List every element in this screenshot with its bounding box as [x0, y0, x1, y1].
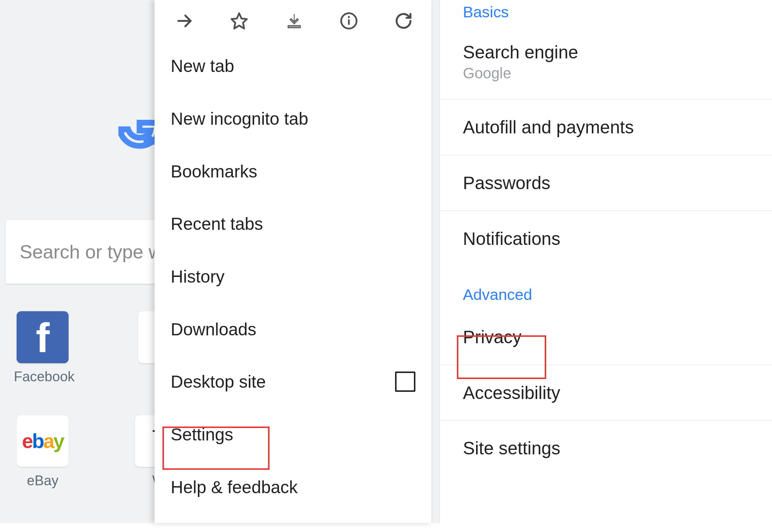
settings-screen: Basics Search engine Google Autofill and…: [440, 0, 772, 523]
menu-item-label: Help & feedback: [171, 477, 298, 497]
menu-item-label: Downloads: [171, 319, 256, 339]
speed-dial-ebay[interactable]: ebay eBay: [14, 415, 72, 489]
overflow-menu: New tab New incognito tab Bookmarks Rece…: [155, 0, 431, 523]
setting-autofill[interactable]: Autofill and payments: [440, 99, 772, 155]
menu-item-label: New incognito tab: [171, 109, 308, 129]
menu-item-label: Recent tabs: [171, 214, 263, 234]
setting-title: Site settings: [463, 438, 750, 459]
setting-privacy[interactable]: Privacy: [440, 316, 772, 365]
setting-title: Notifications: [463, 228, 750, 249]
chip-label: Facebook: [14, 369, 75, 384]
svg-marker-1: [232, 13, 247, 29]
download-icon[interactable]: [284, 11, 305, 31]
svg-point-5: [348, 16, 350, 18]
menu-desktop-site[interactable]: Desktop site: [171, 355, 418, 408]
section-basics: Basics: [440, 0, 772, 34]
menu-item-label: Desktop site: [171, 371, 266, 392]
setting-title: Accessibility: [463, 382, 750, 403]
speed-dial-facebook[interactable]: f Facebook: [14, 311, 72, 385]
menu-downloads[interactable]: Downloads: [171, 303, 418, 356]
setting-search-engine[interactable]: Search engine Google: [440, 34, 772, 99]
search-placeholder: Search or type we: [20, 241, 173, 263]
setting-title: Privacy: [463, 327, 750, 347]
forward-icon[interactable]: [174, 11, 195, 31]
info-icon[interactable]: [339, 11, 359, 31]
setting-site-settings[interactable]: Site settings: [440, 420, 772, 476]
section-advanced: Advanced: [440, 282, 772, 316]
refresh-icon[interactable]: [393, 11, 414, 31]
ebay-icon: ebay: [17, 415, 69, 467]
menu-help-feedback[interactable]: Help & feedback: [171, 461, 418, 514]
menu-settings[interactable]: Settings: [171, 408, 418, 461]
svg-rect-2: [288, 25, 300, 28]
menu-item-label: New tab: [171, 56, 234, 76]
desktop-site-checkbox[interactable]: [395, 371, 415, 392]
menu-new-tab[interactable]: New tab: [171, 40, 418, 93]
menu-list: New tab New incognito tab Bookmarks Rece…: [155, 40, 431, 514]
menu-item-label: Bookmarks: [171, 161, 257, 182]
setting-title: Search engine: [463, 42, 750, 63]
setting-title: Passwords: [463, 173, 750, 193]
setting-subtitle: Google: [463, 65, 750, 82]
menu-bookmarks[interactable]: Bookmarks: [171, 145, 418, 198]
facebook-icon: f: [17, 311, 69, 363]
chip-label: eBay: [27, 473, 58, 488]
setting-passwords[interactable]: Passwords: [440, 155, 772, 211]
menu-recent-tabs[interactable]: Recent tabs: [171, 198, 418, 251]
star-icon[interactable]: [229, 11, 250, 31]
menu-icon-row: [155, 0, 431, 40]
setting-title: Autofill and payments: [463, 117, 750, 138]
menu-item-label: Settings: [171, 424, 233, 445]
menu-item-label: History: [171, 266, 225, 287]
setting-notifications[interactable]: Notifications: [440, 211, 772, 266]
setting-accessibility[interactable]: Accessibility: [440, 365, 772, 421]
menu-history[interactable]: History: [171, 250, 418, 303]
menu-new-incognito[interactable]: New incognito tab: [171, 92, 418, 145]
